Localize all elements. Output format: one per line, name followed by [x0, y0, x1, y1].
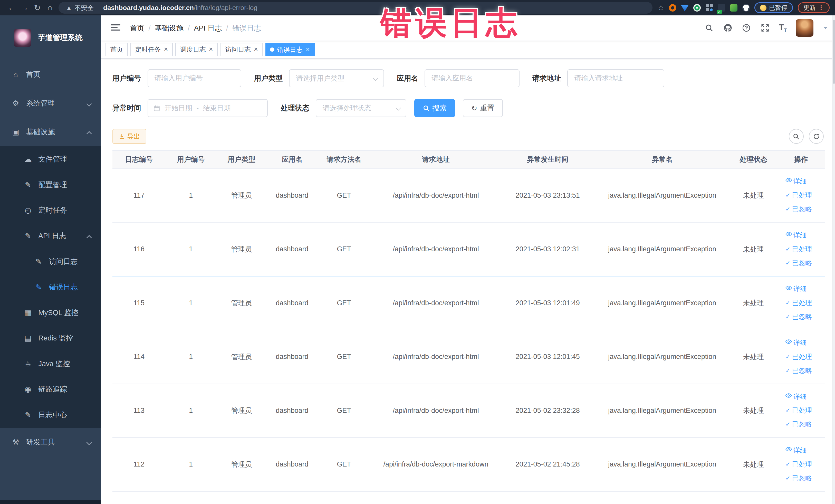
- action-detail-link[interactable]: 详细: [786, 336, 816, 350]
- date-separator: -: [196, 104, 199, 112]
- scrollbar-thumb[interactable]: [833, 20, 835, 84]
- sidebar-item-java[interactable]: ☕Java 监控: [0, 351, 101, 377]
- help-icon[interactable]: [741, 23, 751, 33]
- exception-time-range-picker[interactable]: 开始日期 - 结束日期: [148, 99, 268, 117]
- close-icon[interactable]: ×: [254, 46, 258, 53]
- sidebar-item-infra[interactable]: ▣基础设施: [0, 118, 101, 146]
- sidebar-item-label: 日志中心: [38, 410, 67, 420]
- breadcrumb-item[interactable]: API 日志: [194, 24, 222, 32]
- action-ignored-link[interactable]: ✓已忽略: [786, 310, 816, 324]
- table-row: 1171管理员dashboardGET/api/infra/db-doc/exp…: [113, 169, 825, 223]
- forward-icon[interactable]: →: [18, 3, 31, 12]
- tab-label: 错误日志: [277, 45, 303, 54]
- update-badge[interactable]: 更新 ⋮: [798, 2, 830, 13]
- action-ignored-link[interactable]: ✓已忽略: [786, 256, 816, 270]
- sidebar-item-redis[interactable]: ▤Redis 监控: [0, 326, 101, 351]
- font-size-icon[interactable]: TT: [779, 23, 787, 33]
- action-ignored-link[interactable]: ✓已忽略: [786, 418, 816, 431]
- paused-badge[interactable]: 已暂停: [754, 2, 793, 13]
- refresh-table-button[interactable]: [809, 129, 824, 144]
- scrollbar[interactable]: [832, 15, 835, 504]
- caret-down-icon[interactable]: [823, 27, 828, 29]
- sidebar-item-trace[interactable]: ◉链路追踪: [0, 377, 101, 402]
- breadcrumb: 首页/基础设施/API 日志/错误日志: [130, 23, 261, 33]
- sidebar-item-job[interactable]: ◴定时任务: [0, 198, 101, 223]
- sidebar-item-home[interactable]: ⌂首页: [0, 60, 101, 89]
- extension-icon-6[interactable]: [730, 4, 737, 12]
- action-processed-link[interactable]: ✓已处理: [786, 242, 816, 256]
- cell-user_id: 1: [166, 330, 216, 384]
- user-id-input[interactable]: [148, 69, 241, 87]
- close-icon[interactable]: ×: [306, 46, 310, 53]
- action-processed-link[interactable]: ✓已处理: [786, 404, 816, 418]
- action-detail-link[interactable]: 详细: [786, 390, 816, 404]
- process-status-select[interactable]: 请选择处理状态: [316, 99, 406, 117]
- reload-icon[interactable]: ↻: [31, 3, 44, 13]
- extension-icon-5[interactable]: [718, 4, 725, 12]
- sidebar-item-apilog[interactable]: ✎API 日志: [0, 223, 101, 249]
- address-bar[interactable]: ▲ 不安全 dashboard.yudao.iocoder.cn /infra/…: [59, 2, 652, 14]
- close-icon[interactable]: ×: [164, 46, 168, 53]
- request-url-input[interactable]: [567, 69, 664, 87]
- app-name-input[interactable]: [425, 69, 519, 87]
- extension-icon-4[interactable]: [706, 4, 713, 12]
- github-icon[interactable]: [723, 23, 733, 33]
- sidebar-item-mysql[interactable]: ▦MySQL 监控: [0, 300, 101, 326]
- toggle-search-button[interactable]: [789, 129, 804, 144]
- check-icon: ✓: [786, 256, 790, 270]
- user-type-placeholder: 请选择用户类型: [296, 74, 345, 83]
- action-detail-link[interactable]: 详细: [786, 444, 816, 458]
- action-ignored-link[interactable]: ✓已忽略: [786, 471, 816, 485]
- tab-joblog[interactable]: 调度日志×: [175, 43, 218, 56]
- menu-kebab-icon[interactable]: ⋮: [818, 4, 824, 11]
- search-button[interactable]: 搜索: [414, 99, 455, 117]
- gear-icon: ⚙: [11, 99, 20, 107]
- home-icon[interactable]: ⌂: [44, 3, 57, 12]
- search-icon[interactable]: [704, 23, 714, 33]
- sidebar-item-errorlog[interactable]: ✎错误日志: [0, 274, 101, 300]
- sidebar-item-label: 链路追踪: [38, 384, 67, 394]
- cell-user_id: 1: [166, 438, 216, 491]
- logo-row[interactable]: 芋道管理系统: [0, 15, 101, 60]
- extension-icon-2[interactable]: [681, 4, 688, 12]
- tab-home[interactable]: 首页: [105, 43, 128, 56]
- action-detail-link[interactable]: 详细: [786, 175, 816, 188]
- extension-icon-1[interactable]: [669, 4, 676, 12]
- back-icon[interactable]: ←: [5, 3, 18, 12]
- chevron-up-icon: [86, 131, 92, 137]
- fullscreen-icon[interactable]: [760, 23, 770, 33]
- sidebar-item-devtools[interactable]: ⚒研发工具: [0, 428, 101, 457]
- cell-app_name: dashboard: [267, 169, 317, 223]
- tab-accesslog[interactable]: 访问日志×: [221, 43, 263, 56]
- action-processed-link[interactable]: ✓已处理: [786, 350, 816, 364]
- action-processed-link[interactable]: ✓已处理: [786, 458, 816, 471]
- action-label: 已处理: [792, 296, 812, 310]
- tab-errorlog[interactable]: 错误日志×: [265, 43, 315, 56]
- close-icon[interactable]: ×: [209, 46, 213, 53]
- action-processed-link[interactable]: ✓已处理: [786, 296, 816, 310]
- action-detail-link[interactable]: 详细: [786, 228, 816, 242]
- action-detail-link[interactable]: 详细: [786, 282, 816, 296]
- reset-button[interactable]: ↻ 重置: [463, 99, 503, 117]
- breadcrumb-item[interactable]: 首页: [130, 24, 144, 32]
- action-ignored-link[interactable]: ✓已忽略: [786, 364, 816, 378]
- bookmark-star-icon[interactable]: ☆: [658, 4, 664, 12]
- sidebar-item-config[interactable]: ✎配置管理: [0, 172, 101, 198]
- action-ignored-link[interactable]: ✓已忽略: [786, 202, 816, 216]
- sidebar-item-logcenter[interactable]: ✎日志中心: [0, 402, 101, 428]
- action-label: 已忽略: [792, 256, 812, 270]
- breadcrumb-item[interactable]: 基础设施: [155, 24, 184, 32]
- sidebar-item-accesslog[interactable]: ✎访问日志: [0, 249, 101, 275]
- user-type-select[interactable]: 请选择用户类型: [289, 69, 384, 87]
- cell-actions: 详细✓已处理✓已忽略: [777, 384, 825, 438]
- extension-icon-3[interactable]: v: [693, 4, 701, 12]
- sidebar-item-file[interactable]: ☁文件管理: [0, 146, 101, 172]
- export-button[interactable]: 导出: [113, 129, 147, 144]
- action-processed-link[interactable]: ✓已处理: [786, 188, 816, 202]
- active-dot-icon: [270, 47, 274, 52]
- hamburger-icon[interactable]: [111, 24, 120, 32]
- sidebar-item-system[interactable]: ⚙系统管理: [0, 89, 101, 118]
- user-avatar[interactable]: [796, 19, 813, 37]
- extension-icon-7[interactable]: [742, 4, 750, 12]
- tab-job[interactable]: 定时任务×: [130, 43, 173, 56]
